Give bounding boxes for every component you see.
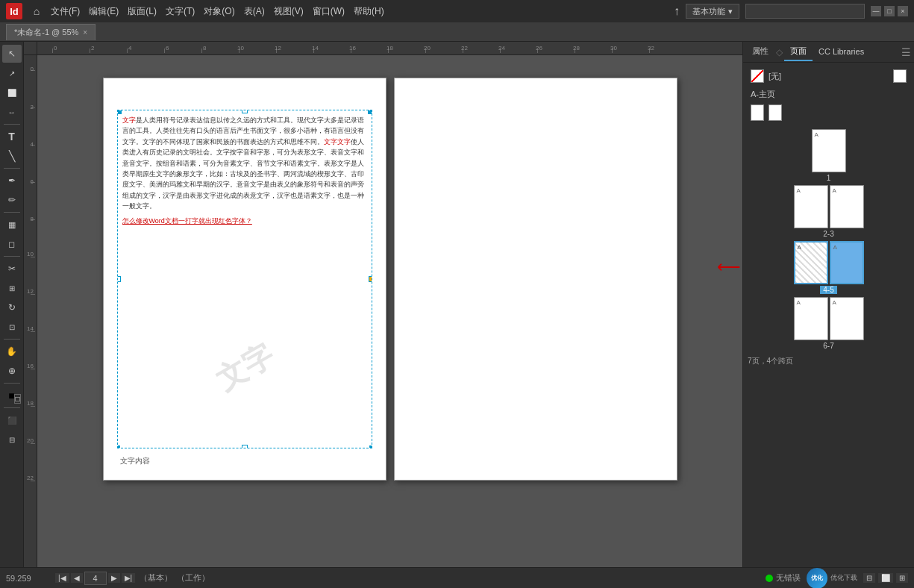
spread-23: A A [794, 185, 864, 228]
share-icon[interactable]: ↑ [674, 4, 680, 18]
nav-prev-button[interactable]: ◀ [71, 573, 83, 583]
select-tool[interactable]: ↖ [2, 45, 22, 63]
scissors-tool[interactable]: ✂ [2, 260, 22, 278]
panel-btn-1[interactable]: ⊟ [863, 573, 875, 583]
tab-cc-libraries[interactable]: CC Libraries [813, 44, 870, 60]
nav-last-button[interactable]: ▶| [122, 573, 136, 583]
panel-btn-2[interactable]: ⬜ [878, 573, 893, 583]
text-frame[interactable]: 文字是人类用符号记录表达信息以传之久远的方式和工具。现代文字大多是记录语言的工具… [117, 110, 372, 448]
menu-edit[interactable]: 编辑(E) [89, 5, 119, 18]
page-num-45: 4-5 [820, 286, 836, 294]
page-row-67: A A 6-7 [748, 297, 910, 350]
none-label: [无] [769, 71, 781, 82]
master-pages-section: A-主页 [748, 85, 910, 125]
menu-object[interactable]: 对象(O) [204, 5, 234, 18]
status-text: 无错误 [776, 572, 801, 584]
frame-handle-top-mid [242, 110, 248, 113]
page-number-input[interactable] [84, 572, 107, 585]
gap-tool[interactable]: ↔ [2, 103, 22, 121]
zoom-tool[interactable]: ⊕ [2, 362, 22, 380]
bottom-logo-area: 优化 优化下载 [807, 568, 857, 589]
left-toolbar: ↖ ↗ ⬜ ↔ T ╲ ✒ ✏ ▦ ◻ ✂ ⊞ ↻ ⊡ ✋ ⊕ ■ □ ⬛ ⊟ [0, 42, 24, 567]
pencil-tool[interactable]: ✏ [2, 191, 22, 209]
menu-window[interactable]: 窗口(W) [313, 5, 345, 18]
line-tool[interactable]: ╲ [2, 147, 22, 165]
page-thumb-2[interactable]: A [794, 185, 828, 228]
panel-btn-3[interactable]: ⊞ [896, 573, 908, 583]
ruler-corner [24, 42, 37, 55]
normal-view-btn[interactable]: ⬛ [2, 411, 22, 429]
main-layout: ↖ ↗ ⬜ ↔ T ╲ ✒ ✏ ▦ ◻ ✂ ⊞ ↻ ⊡ ✋ ⊕ ■ □ ⬛ ⊟ [0, 42, 914, 567]
page-thumb-5[interactable]: A [830, 241, 864, 284]
brand-text: 优化下载 [830, 573, 857, 583]
page-row-1: A 1 [748, 129, 910, 182]
page-num-67: 6-7 [823, 342, 833, 350]
workspace-selector[interactable]: 基本功能 ▾ [686, 4, 739, 19]
status-coordinates: 59.259 [6, 574, 51, 583]
spread-67: A A [794, 297, 864, 340]
page-letter-1: A [815, 131, 818, 138]
none-color-swatch [751, 69, 764, 83]
menu-help[interactable]: 帮助(H) [354, 5, 384, 18]
gradient-tool[interactable]: ◻ [2, 235, 22, 253]
document-tab[interactable]: *未命名-1 @ 55% × [6, 24, 96, 40]
master-thumb-left [751, 104, 764, 121]
transform-tool[interactable]: ⊞ [2, 279, 22, 297]
search-input[interactable] [745, 4, 865, 19]
page-letter-3: A [833, 187, 836, 194]
page-num-23: 2-3 [823, 230, 833, 238]
tab-properties[interactable]: 属性 [746, 43, 774, 61]
close-button[interactable]: × [898, 6, 908, 16]
navigation-controls: |◀ ◀ ▶ ▶| [55, 572, 135, 585]
menu-bar: 文件(F) 编辑(E) 版面(L) 文字(T) 对象(O) 表(A) 视图(V)… [51, 5, 384, 18]
link-text: 怎么修改Word文档一打字就出现红色字体？ [122, 217, 252, 225]
toolbar-separator-1 [4, 124, 20, 125]
page-thumb-6[interactable]: A [794, 297, 828, 340]
toolbar-separator-2 [4, 168, 20, 169]
tab-pages[interactable]: 页面 [784, 43, 813, 61]
spread-45: A A [794, 241, 864, 284]
pen-tool[interactable]: ✒ [2, 172, 22, 190]
menu-text[interactable]: 文字(T) [166, 5, 195, 18]
menu-layout[interactable]: 版面(L) [128, 5, 157, 18]
master-item [748, 102, 910, 123]
direct-select-tool[interactable]: ↗ [2, 64, 22, 82]
frame-handle-bottom-left [117, 445, 121, 448]
fill-swatch[interactable]: ■ □ [2, 387, 22, 404]
toolbar-separator-6 [4, 383, 20, 384]
home-icon[interactable]: ⌂ [28, 3, 45, 19]
nav-first-button[interactable]: |◀ [55, 573, 69, 583]
page-tool[interactable]: ⬜ [2, 84, 22, 101]
app-logo: Id [6, 3, 22, 19]
page-letter-4: A [798, 244, 801, 251]
page-thumb-4[interactable]: A [794, 241, 828, 284]
page-letter-7: A [833, 299, 836, 306]
window-controls: — □ × [871, 6, 908, 16]
minimize-button[interactable]: — [871, 6, 881, 16]
preview-btn[interactable]: ⊟ [2, 431, 22, 448]
gradient-swatch-tool[interactable]: ▦ [2, 216, 22, 234]
page-thumb-7[interactable]: A [830, 297, 864, 340]
none-swatch: [无] [748, 67, 910, 85]
page-thumb-wrap-67: A A 6-7 [794, 297, 864, 350]
menu-view[interactable]: 视图(V) [274, 5, 304, 18]
status-dot [766, 575, 773, 582]
menu-table[interactable]: 表(A) [244, 5, 265, 18]
type-tool[interactable]: T [2, 128, 22, 146]
page-thumb-1[interactable]: A [812, 129, 846, 172]
status-left: 59.259 |◀ ◀ ▶ ▶| （基本） （工作） [6, 572, 210, 585]
right-panel: 属性 ◇ 页面 CC Libraries ☰ [无] A-主页 [742, 42, 914, 567]
status-right: 无错误 优化 优化下载 ⊟ ⬜ ⊞ [766, 568, 908, 589]
rotate-tool[interactable]: ↻ [2, 298, 22, 316]
menu-file[interactable]: 文件(F) [51, 5, 80, 18]
tab-close-button[interactable]: × [83, 28, 87, 37]
maximize-button[interactable]: □ [884, 6, 895, 16]
scale-tool[interactable]: ⊡ [2, 318, 22, 336]
hand-tool[interactable]: ✋ [2, 343, 22, 360]
nav-next-button[interactable]: ▶ [108, 573, 120, 583]
page-letter-5: A [833, 244, 837, 251]
panel-menu-button[interactable]: ☰ [901, 46, 911, 58]
text-label: 文字内容 [120, 456, 150, 466]
page-thumb-3[interactable]: A [830, 185, 864, 228]
page-letter-2: A [797, 187, 801, 194]
